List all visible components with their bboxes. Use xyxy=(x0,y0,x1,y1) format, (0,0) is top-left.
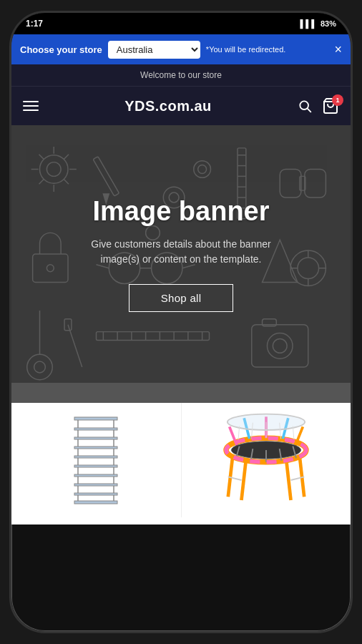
svg-rect-71 xyxy=(74,493,117,495)
svg-rect-70 xyxy=(74,484,117,486)
svg-line-40 xyxy=(39,155,44,160)
svg-rect-63 xyxy=(74,417,117,420)
svg-rect-68 xyxy=(74,465,117,467)
svg-point-60 xyxy=(198,165,207,174)
svg-rect-67 xyxy=(74,456,117,458)
svg-point-22 xyxy=(47,265,54,272)
section-divider xyxy=(11,383,351,403)
site-title: YDS.com.au xyxy=(124,98,212,114)
svg-rect-8 xyxy=(97,332,210,341)
svg-rect-65 xyxy=(74,437,117,439)
store-banner-label: Choose your store xyxy=(20,44,102,55)
svg-rect-54 xyxy=(305,170,326,198)
phone-frame: 1:17 ▌▌▌ 83% Choose your store Australia… xyxy=(9,11,353,633)
cart-button[interactable]: 1 xyxy=(322,97,339,114)
svg-point-29 xyxy=(298,258,319,279)
hamburger-menu-button[interactable] xyxy=(23,101,39,111)
svg-point-0 xyxy=(300,101,308,109)
status-bar: 1:17 ▌▌▌ 83% xyxy=(11,13,351,34)
shop-all-button[interactable]: Shop all xyxy=(129,284,234,312)
image-banner: Image banner Give customers details abou… xyxy=(11,125,351,383)
svg-point-59 xyxy=(194,161,211,178)
welcome-text: Welcome to our store xyxy=(140,70,222,80)
svg-rect-44 xyxy=(93,157,119,196)
svg-point-19 xyxy=(273,339,287,353)
svg-rect-69 xyxy=(74,474,117,477)
svg-point-35 xyxy=(47,162,61,177)
svg-line-94 xyxy=(286,459,291,500)
search-button[interactable] xyxy=(298,99,312,113)
trampoline-product-image xyxy=(216,410,316,510)
banner-content: Image banner Give customers details abou… xyxy=(81,196,281,312)
svg-rect-64 xyxy=(74,428,117,430)
welcome-bar: Welcome to our store xyxy=(11,64,351,86)
hamburger-line-3 xyxy=(23,109,39,111)
svg-rect-21 xyxy=(33,254,68,283)
banner-title: Image banner xyxy=(92,196,269,227)
products-section xyxy=(11,403,351,525)
search-icon xyxy=(298,99,312,113)
svg-line-91 xyxy=(228,455,233,497)
svg-line-43 xyxy=(64,179,69,184)
svg-rect-66 xyxy=(74,447,117,449)
svg-line-6 xyxy=(68,325,82,367)
product-card-trampoline[interactable] xyxy=(182,403,351,517)
navbar: YDS.com.au 1 xyxy=(11,86,351,125)
banner-subtitle: Give customers details about the banner … xyxy=(81,237,281,267)
svg-point-3 xyxy=(27,354,53,380)
hamburger-line-2 xyxy=(23,105,39,107)
signal-icon: ▌▌▌ xyxy=(300,19,317,28)
store-select[interactable]: Australia New Zealand United States Unit… xyxy=(108,41,200,59)
svg-line-41 xyxy=(64,155,69,160)
svg-line-42 xyxy=(39,179,44,184)
svg-rect-17 xyxy=(252,325,308,367)
status-right: ▌▌▌ 83% xyxy=(300,19,336,28)
svg-point-4 xyxy=(34,361,46,373)
svg-line-93 xyxy=(241,459,246,500)
store-close-button[interactable]: × xyxy=(334,43,342,56)
product-card-shelf[interactable] xyxy=(11,403,182,517)
status-time: 1:17 xyxy=(26,19,43,29)
svg-line-92 xyxy=(299,455,304,497)
svg-rect-72 xyxy=(74,501,117,504)
store-banner: Choose your store Australia New Zealand … xyxy=(11,34,351,64)
store-redirect-text: *You will be redirected. xyxy=(206,45,329,54)
svg-point-18 xyxy=(267,333,293,359)
nav-icons: 1 xyxy=(298,97,339,114)
cart-badge: 1 xyxy=(332,94,343,106)
svg-line-1 xyxy=(308,109,310,112)
hamburger-line-1 xyxy=(23,101,39,102)
svg-rect-53 xyxy=(280,170,301,198)
battery-text: 83% xyxy=(321,19,336,28)
shelf-product-image xyxy=(64,414,128,507)
